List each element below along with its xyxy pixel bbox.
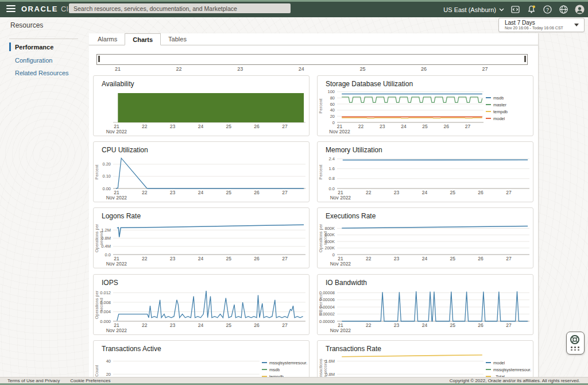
svg-text:22: 22: [142, 190, 148, 195]
svg-text:40: 40: [106, 359, 111, 364]
svg-text:800K: 800K: [324, 226, 335, 231]
region-label: US East (Ashburn): [443, 6, 496, 13]
svg-text:0.012: 0.012: [100, 290, 111, 295]
svg-text:0.00000: 0.00000: [319, 319, 335, 324]
slider-tick-label: 27: [478, 66, 492, 72]
svg-text:22: 22: [142, 256, 148, 261]
chart-title: Storage Database Utilization: [326, 80, 413, 88]
svg-text:1.6: 1.6: [329, 166, 335, 171]
svg-text:23: 23: [394, 256, 400, 261]
slider-handle-right[interactable]: [524, 56, 526, 62]
legend-item[interactable]: msdb: [262, 367, 307, 372]
support-widget[interactable]: [566, 332, 585, 355]
sidebar-item-performance[interactable]: Performance: [15, 44, 53, 51]
chart-plot: 0200K400K600K800K21Nov 2022222324252627O…: [318, 220, 533, 267]
tab-charts[interactable]: Charts: [125, 33, 161, 45]
svg-text:22: 22: [366, 190, 372, 195]
menu-icon[interactable]: [6, 5, 16, 13]
legend-item[interactable]: model: [486, 116, 531, 121]
footer-link-cookie-preferences[interactable]: Cookie Preferences: [70, 378, 110, 383]
user-avatar[interactable]: [575, 5, 585, 14]
svg-text:27: 27: [282, 256, 288, 261]
notifications-bell-icon[interactable]: [527, 5, 536, 14]
svg-text:26: 26: [254, 190, 260, 195]
svg-text:24: 24: [422, 256, 428, 261]
tab-bar: Alarms Charts Tables: [89, 33, 538, 45]
svg-text:0.8: 0.8: [329, 176, 335, 181]
time-range-label: Last 7 Days: [505, 20, 535, 26]
svg-text:Nov 2022: Nov 2022: [106, 261, 127, 267]
svg-text:25: 25: [226, 190, 231, 195]
page-title: Resources: [10, 21, 43, 29]
slider-handle-left[interactable]: [98, 56, 100, 62]
chart-plot: 0.00.4M0.8M1.2M21Nov 2022222324252627Ope…: [94, 220, 309, 267]
slider-tick-label: 22: [172, 66, 186, 72]
svg-text:25: 25: [226, 322, 231, 328]
sidebar-item-related-resources[interactable]: Related Resources: [15, 70, 69, 76]
chart-card-executions-rate: Executions Rate 0200K400K600K800K21Nov 2…: [317, 207, 533, 268]
svg-text:Percent: Percent: [318, 164, 323, 180]
svg-text:Count: Count: [94, 365, 99, 377]
legend-item[interactable]: tempdb: [486, 109, 531, 114]
chart-title: Memory Utilization: [326, 146, 382, 154]
chart-title: Availability: [102, 80, 134, 88]
slider-tick-label: 26: [417, 66, 431, 72]
developer-tools-icon[interactable]: [510, 5, 520, 14]
chart-title: CPU Utilization: [102, 146, 148, 154]
svg-text:24: 24: [422, 322, 428, 328]
tab-alarms[interactable]: Alarms: [90, 33, 125, 45]
svg-text:23: 23: [394, 322, 400, 328]
svg-text:20: 20: [330, 114, 335, 119]
search-input[interactable]: [69, 3, 291, 13]
footer-link-terms[interactable]: Terms of Use and Privacy: [7, 378, 60, 383]
legend-item[interactable]: model: [486, 360, 531, 365]
slider-axis: 21222324252627: [96, 66, 527, 73]
svg-text:23: 23: [170, 124, 176, 129]
svg-text:0.00: 0.00: [102, 186, 111, 191]
chart-title: Transactions Active: [102, 345, 161, 353]
svg-text:24: 24: [198, 322, 204, 328]
svg-text:0.20: 0.20: [102, 161, 111, 167]
legend-item[interactable]: mssqlsystemresour...: [262, 360, 307, 365]
region-selector[interactable]: US East (Ashburn): [443, 6, 504, 13]
svg-text:22: 22: [358, 124, 364, 129]
chart-card-memory-utilization: Memory Utilization 0.00.81.62.421Nov 202…: [317, 141, 533, 202]
svg-text:80: 80: [330, 95, 335, 101]
chart-plot: 0.000000.000020.000040.000060.0000821Nov…: [318, 286, 533, 333]
chart-title: IOPS: [102, 279, 118, 287]
svg-text:0: 0: [332, 252, 335, 257]
drag-handle-dots[interactable]: [571, 346, 580, 351]
time-range-slider[interactable]: [96, 54, 528, 65]
svg-text:second: second: [99, 298, 104, 311]
legend-item[interactable]: master: [486, 102, 531, 107]
slider-tick-label: 25: [355, 66, 369, 72]
chart-title: Executions Rate: [326, 212, 376, 220]
svg-text:Nov 2022: Nov 2022: [106, 328, 127, 333]
tab-tables[interactable]: Tables: [161, 33, 194, 45]
svg-text:second: second: [99, 231, 104, 245]
caret-down-icon: [574, 24, 579, 26]
svg-text:0.0: 0.0: [105, 252, 111, 257]
language-globe-icon[interactable]: [559, 5, 568, 14]
svg-text:22: 22: [366, 256, 372, 261]
help-icon[interactable]: ?: [543, 5, 552, 14]
slider-tick-label: 21: [111, 66, 125, 72]
content-panel: Alarms Charts Tables 21222324252627 Avai…: [89, 33, 539, 377]
svg-text:27: 27: [282, 322, 288, 328]
legend-item[interactable]: msdb: [486, 95, 531, 101]
svg-text:Percent: Percent: [318, 98, 323, 114]
svg-text:25: 25: [226, 124, 231, 129]
svg-text:25: 25: [422, 124, 428, 129]
svg-text:60: 60: [330, 102, 335, 107]
svg-text:25: 25: [450, 190, 455, 195]
svg-text:23: 23: [380, 124, 385, 129]
time-range-detail: Nov 20 16:06 - Today 16:06 CST: [505, 26, 563, 30]
chart-title: IO Bandwidth: [326, 279, 367, 287]
svg-text:Nov 2022: Nov 2022: [106, 129, 127, 134]
chart-card-logons-rate: Logons Rate 0.00.4M0.8M1.2M21Nov 2022222…: [93, 207, 310, 268]
slider-tick-label: 24: [295, 66, 308, 72]
time-range-selector[interactable]: Last 7 Days Nov 20 16:06 - Today 16:06 C…: [498, 18, 585, 32]
legend-item[interactable]: mssqlsystemresour...: [486, 367, 531, 372]
active-item-accent-bar: [9, 43, 11, 51]
sidebar-item-configuration[interactable]: Configuration: [15, 57, 52, 64]
